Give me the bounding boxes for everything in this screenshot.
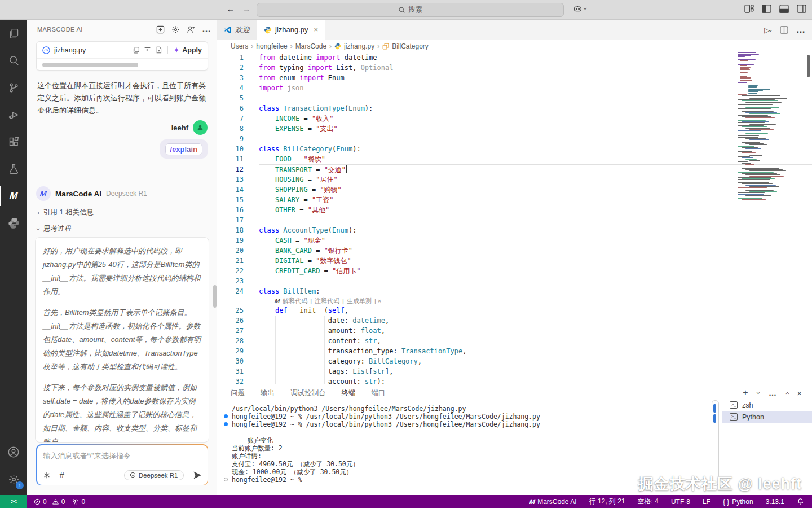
minimap[interactable] xyxy=(738,52,804,211)
settings-gear-icon[interactable]: 1 xyxy=(0,466,27,493)
line-number[interactable]: 10 xyxy=(217,144,244,154)
line-number[interactable]: 31 xyxy=(217,366,244,376)
line-number[interactable]: 1 xyxy=(217,52,244,63)
close-icon[interactable]: × xyxy=(314,25,319,34)
cursor-position[interactable]: 行 12, 列 21 xyxy=(589,497,625,506)
code-line[interactable]: 14 SHOPPING = "购物" xyxy=(217,185,812,195)
code-line[interactable]: 20 BANK_CARD = "银行卡" xyxy=(217,246,812,256)
copy-code-icon[interactable] xyxy=(133,46,140,54)
code-line[interactable]: 19 CASH = "现金" xyxy=(217,235,812,246)
line-number[interactable]: 6 xyxy=(217,103,244,113)
more-actions-icon[interactable]: … xyxy=(202,24,211,34)
line-number[interactable]: 12 xyxy=(217,164,244,174)
language-mode[interactable]: { }Python xyxy=(723,498,753,506)
tab-ports[interactable]: 端口 xyxy=(372,384,386,401)
line-number[interactable]: 17 xyxy=(217,215,244,225)
code-editor[interactable]: 1from datetime import datetime2from typi… xyxy=(217,52,812,384)
code-line[interactable]: 25 def __init__(self, xyxy=(217,305,812,316)
new-terminal-icon[interactable]: + xyxy=(743,388,748,398)
code-line[interactable]: 16 OTHER = "其他" xyxy=(217,205,812,215)
code-line[interactable]: 13 HOUSING = "居住" xyxy=(217,174,812,185)
line-number[interactable]: 2 xyxy=(217,63,244,73)
code-line[interactable]: 30 category: BillCategory, xyxy=(217,356,812,366)
line-number[interactable]: 25 xyxy=(217,305,244,316)
forward-icon[interactable]: → xyxy=(240,4,253,14)
line-number[interactable]: 3 xyxy=(217,73,244,83)
code-line[interactable]: 17 xyxy=(217,215,812,225)
line-number[interactable]: 13 xyxy=(217,174,244,185)
explorer-icon[interactable] xyxy=(0,20,27,47)
explain-command-chip[interactable]: /explain xyxy=(165,143,202,155)
breadcrumb-item[interactable]: jizhang.py xyxy=(344,42,374,50)
tab-terminal[interactable]: 终端 xyxy=(342,384,356,401)
code-line[interactable]: 1from datetime import datetime xyxy=(217,52,812,63)
codelens-action[interactable]: 解释代码 xyxy=(283,296,307,305)
line-number[interactable]: 27 xyxy=(217,326,244,336)
testing-icon[interactable] xyxy=(0,155,27,182)
new-file-icon[interactable] xyxy=(155,46,162,54)
code-line[interactable]: 9 xyxy=(217,134,812,144)
line-number[interactable]: 16 xyxy=(217,205,244,215)
line-number[interactable]: 32 xyxy=(217,376,244,384)
code-line[interactable]: 23 xyxy=(217,276,812,286)
extensions-icon[interactable] xyxy=(0,128,27,155)
split-editor-icon[interactable] xyxy=(780,26,788,34)
code-line[interactable]: 26 date: datetime, xyxy=(217,316,812,326)
line-number[interactable]: 5 xyxy=(217,93,244,103)
line-number[interactable]: 4 xyxy=(217,83,244,93)
code-line[interactable]: 31 tags: List[str], xyxy=(217,366,812,376)
indentation[interactable]: 空格: 4 xyxy=(638,497,659,506)
tab-debug-console[interactable]: 调试控制台 xyxy=(290,384,326,401)
code-line[interactable]: 5 xyxy=(217,93,812,103)
line-number[interactable]: 11 xyxy=(217,154,244,164)
encoding[interactable]: UTF-8 xyxy=(671,498,690,506)
code-line[interactable]: 2from typing import List, Optional xyxy=(217,63,812,73)
apply-button[interactable]: Apply xyxy=(173,46,202,54)
line-number[interactable]: 15 xyxy=(217,195,244,205)
toggle-sidebar-left-icon[interactable] xyxy=(762,5,771,13)
tab-jizhang-py[interactable]: jizhang.py × xyxy=(257,20,325,40)
terminal-item-zsh[interactable]: >_ zsh xyxy=(722,399,812,411)
chevron-down-icon[interactable]: › xyxy=(754,392,762,394)
remote-indicator[interactable]: >< xyxy=(0,495,27,508)
code-line[interactable]: 12 TRANSPORT = "交通" xyxy=(217,164,812,174)
tab-output[interactable]: 输出 xyxy=(261,384,275,401)
tab-welcome[interactable]: 欢迎 xyxy=(217,20,257,40)
customize-layout-icon[interactable] xyxy=(744,5,754,13)
context-hash-icon[interactable]: # xyxy=(60,470,64,480)
toggle-panel-icon[interactable] xyxy=(779,5,789,13)
marscode-status[interactable]: MMarsCode AI xyxy=(529,498,576,506)
run-debug-icon[interactable] xyxy=(0,101,27,128)
copilot-button[interactable]: › xyxy=(573,5,586,13)
chat-settings-icon[interactable] xyxy=(171,25,180,34)
python-version[interactable]: 3.13.1 xyxy=(766,498,784,506)
marscode-ai-icon[interactable]: M xyxy=(0,182,27,209)
line-number[interactable]: 30 xyxy=(217,356,244,366)
tab-problems[interactable]: 问题 xyxy=(231,384,245,401)
terminal-item-python[interactable]: >_ Python xyxy=(722,411,812,423)
new-chat-icon[interactable] xyxy=(156,25,165,34)
line-number[interactable]: 7 xyxy=(217,113,244,124)
code-line[interactable]: 11 FOOD = "餐饮" xyxy=(217,154,812,164)
code-line[interactable]: 7 INCOME = "收入" xyxy=(217,113,812,124)
search-sidebar-icon[interactable] xyxy=(0,47,27,74)
back-icon[interactable]: ← xyxy=(224,4,237,14)
marscode-codelens[interactable]: M解释代码 | 注释代码 | 生成单测 | × xyxy=(217,296,812,305)
maximize-panel-icon[interactable]: › xyxy=(783,392,791,394)
python-extension-icon[interactable] xyxy=(0,209,27,237)
profile-icon[interactable] xyxy=(187,25,195,34)
code-line[interactable]: 24class BillItem: xyxy=(217,286,812,296)
breadcrumb-item[interactable]: BillCategory xyxy=(392,42,429,50)
model-selector[interactable]: Deepseek R1 xyxy=(124,470,184,480)
sidebar-scrollbar[interactable] xyxy=(213,285,217,308)
bell-icon[interactable] xyxy=(797,498,804,505)
codelens-action[interactable]: 生成单测 xyxy=(347,296,372,305)
code-line[interactable]: 4import json xyxy=(217,83,812,93)
code-line[interactable]: 27 amount: float, xyxy=(217,326,812,336)
editor-scrollbar[interactable] xyxy=(807,55,810,77)
eol-sequence[interactable]: LF xyxy=(703,498,710,506)
breadcrumb-item[interactable]: hongfeilee xyxy=(256,42,287,50)
source-control-icon[interactable] xyxy=(0,74,27,101)
code-line[interactable]: 10class BillCategory(Enum): xyxy=(217,144,812,154)
code-line[interactable]: 22 CREDIT_CARD = "信用卡" xyxy=(217,266,812,276)
